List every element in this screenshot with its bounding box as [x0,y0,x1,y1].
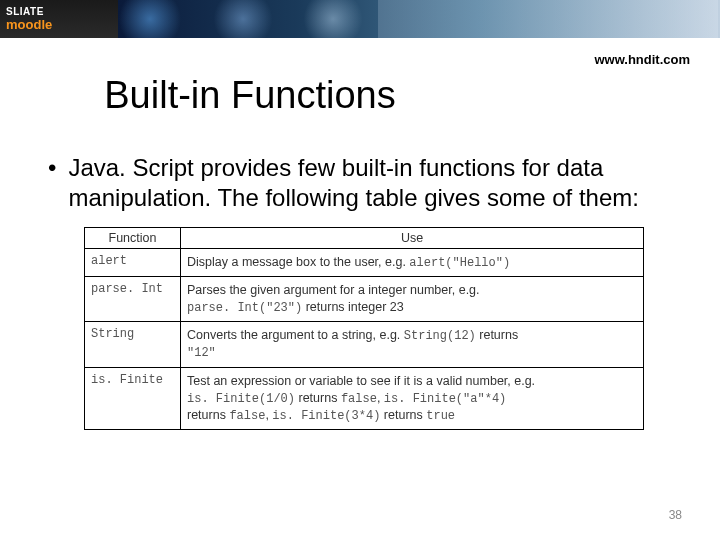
cell-use: Test an expression or variable to see if… [181,367,644,429]
th-function: Function [85,228,181,249]
content-area: • Java. Script provides few built-in fun… [0,153,720,430]
site-url: www.hndit.com [594,52,690,67]
banner-images [118,0,720,38]
table-row: String Converts the argument to a string… [85,322,644,367]
cell-use: Parses the given argument for a integer … [181,277,644,322]
cell-fn: parse. Int [85,277,181,322]
page-number: 38 [669,508,682,522]
cell-fn: alert [85,249,181,277]
slide-title: Built-in Functions [0,74,720,117]
th-use: Use [181,228,644,249]
logo-bottom: moodle [6,17,52,32]
cell-fn: String [85,322,181,367]
logo-top: SLIATE [6,6,52,17]
table-row: is. Finite Test an expression or variabl… [85,367,644,429]
table-row: parse. Int Parses the given argument for… [85,277,644,322]
table-header-row: Function Use [85,228,644,249]
cell-use: Display a message box to the user, e.g. … [181,249,644,277]
top-banner: SLIATE moodle [0,0,720,38]
cell-use: Converts the argument to a string, e.g. … [181,322,644,367]
cell-fn: is. Finite [85,367,181,429]
table-row: alert Display a message box to the user,… [85,249,644,277]
bullet-text: Java. Script provides few built-in funct… [68,153,680,213]
functions-table: Function Use alert Display a message box… [84,227,644,430]
bullet-marker: • [48,153,56,183]
logo-block: SLIATE moodle [0,0,118,38]
